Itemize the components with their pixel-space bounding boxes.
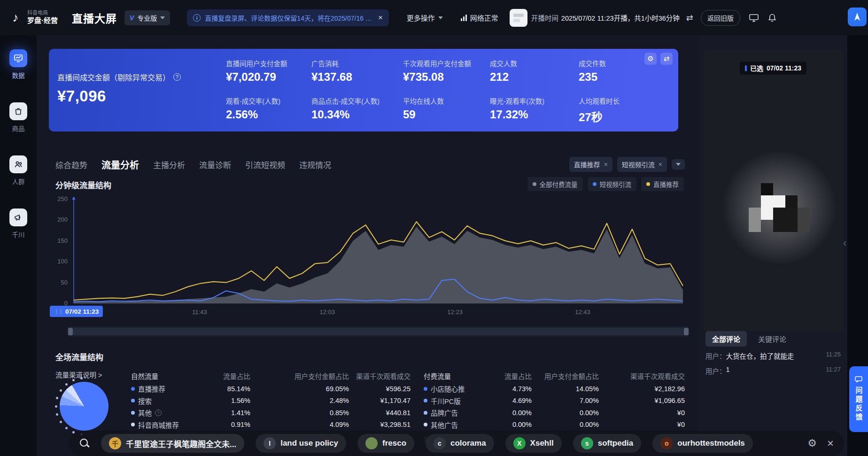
metric-pay-per-kview: 千次观看用户支付金额¥735.08 — [403, 58, 471, 84]
more-actions-button[interactable]: 更多操作 — [407, 13, 443, 23]
close-icon[interactable]: × — [827, 437, 834, 450]
selected-time-badge: 已选 07/02 11:23 — [740, 62, 806, 75]
live-dashboard-screen: ♪ 抖音电商 罗盘·经营 直播大屏 V 专业版 i 直播复盘录屏、评论数据仅保留… — [0, 0, 868, 456]
pixelated-image — [749, 183, 810, 232]
search-suggestion-pill[interactable]: 千 千里宦途王子枫笔趣阁全文未... — [101, 434, 244, 453]
sidebar-item-label: 人群 — [12, 177, 25, 186]
page-title: 直播大屏 — [72, 10, 117, 26]
people-icon — [9, 155, 27, 173]
table-row-label: 小店随心推 — [424, 383, 487, 395]
column-header: 自然流量 — [131, 369, 192, 383]
legend-all-paid[interactable]: 全部付费流量 — [527, 177, 583, 191]
tab-key-comments[interactable]: 关键评论 — [752, 331, 793, 347]
suggestion-land-use-policy[interactable]: I land use policy — [256, 434, 346, 453]
tab-violations[interactable]: 违规情况 — [299, 159, 331, 170]
remove-filter-icon[interactable]: × — [604, 161, 608, 168]
replay-panel: 已选 07/02 11:23 ‹ 全部评论 关键评论 用户： 大货在仓，拍了就能… — [699, 35, 847, 456]
settings-gear-icon[interactable]: ⚙ — [807, 437, 817, 449]
tab-traffic-analysis[interactable]: 流量分析 — [101, 158, 139, 171]
replay-video-player[interactable]: 已选 07/02 11:23 — [704, 49, 843, 331]
pro-v-icon: V — [130, 14, 134, 22]
chart-start-time-badge[interactable]: ⋮⋮ 07/02 11:23 — [50, 306, 103, 317]
scrollbar-right-handle[interactable] — [684, 328, 689, 335]
sidebar-item-products[interactable]: 商品 — [9, 102, 27, 133]
legend-video-referral[interactable]: 短视频引流 — [588, 177, 637, 191]
sidebar-item-label: 千川 — [12, 230, 25, 239]
suggestion-icon: c — [434, 437, 446, 449]
analysis-tabs: 综合趋势 流量分析 主播分析 流量诊断 引流短视频 违规情况 直播推荐× 短视频… — [55, 155, 685, 174]
metric-click-conversion: 商品点击-成交率(人数)10.34% — [311, 96, 380, 121]
gmv-stats-card: 直播间成交金额（剔除异常交易） ? ¥7,096 直播间用户支付金额¥7,020… — [49, 49, 678, 131]
filter-dropdown-button[interactable] — [672, 159, 685, 170]
remove-filter-icon[interactable]: × — [659, 161, 662, 168]
monitor-screen-icon[interactable] — [749, 13, 759, 23]
info-icon[interactable]: ? — [155, 410, 162, 416]
suggestion-icon: o — [660, 437, 673, 449]
column-header: 渠道千次观看成交 — [349, 369, 411, 383]
metric-items-sold: 成交件数235 — [579, 58, 606, 84]
brand: 抖音电商 罗盘·经营 — [27, 10, 58, 25]
pie-chart — [60, 382, 108, 431]
product-bag-icon — [9, 102, 27, 120]
data-chart-icon — [9, 49, 27, 67]
legend-live-recommend[interactable]: 直播推荐 — [641, 177, 684, 191]
sidebar-item-label: 数据 — [12, 70, 25, 80]
card-settings-gear-icon[interactable]: ⚙ — [644, 53, 657, 65]
traffic-pie-chart — [60, 382, 108, 431]
switch-session-icon[interactable]: ⇄ — [686, 13, 693, 23]
table-row-label: 其他广告 — [424, 419, 487, 431]
metric-view-conversion: 观看-成交率(人数)2.56% — [226, 96, 280, 121]
card-swap-icon[interactable]: ⇄ — [660, 53, 673, 65]
panel-collapse-handle[interactable]: ‹ — [843, 237, 846, 249]
filter-tag-video-referral[interactable]: 短视频引流× — [617, 157, 667, 172]
more-actions-label: 更多操作 — [407, 13, 435, 23]
notice-banner: i 直播复盘录屏、评论数据仅保留14天，将在2025/07/16 … × — [187, 9, 388, 26]
brand-line1: 抖音电商 — [27, 10, 58, 16]
tab-traffic-diagnosis[interactable]: 流量诊断 — [199, 159, 231, 170]
y-axis-tick: 50 — [44, 279, 68, 286]
table-row-label: 搜索 — [131, 395, 192, 407]
sidebar-item-data[interactable]: 数据 — [9, 49, 27, 80]
tab-overall-trend[interactable]: 综合趋势 — [55, 159, 87, 170]
filter-tag-live-recommend[interactable]: 直播推荐× — [569, 157, 612, 172]
channel-explain-link[interactable]: 流量渠道说明 > — [55, 370, 102, 379]
suggestion-ourhottestmodels[interactable]: o ourhottestmodels — [652, 434, 753, 453]
chart-range-scrollbar[interactable] — [67, 326, 690, 337]
network-status: 网络正常 — [461, 13, 498, 23]
notice-close-icon[interactable]: × — [378, 13, 383, 23]
notice-text: 直播复盘录屏、评论数据仅保留14天，将在2025/07/16 … — [205, 13, 372, 23]
tab-all-comments[interactable]: 全部评论 — [705, 331, 747, 347]
back-to-old-version-button[interactable]: 返回旧版 — [701, 10, 740, 26]
suggestion-colorama[interactable]: c colorama — [426, 434, 494, 453]
bottom-search-bar: 千 千里宦途王子枫笔趣阁全文未... I land use policy fre… — [69, 431, 844, 456]
suggestion-fresco[interactable]: fresco — [357, 434, 414, 453]
gmv-value: ¥7,096 — [57, 87, 181, 105]
feedback-button[interactable]: 问题反馈 — [849, 366, 868, 432]
topbar: ♪ 抖音电商 罗盘·经营 直播大屏 V 专业版 i 直播复盘录屏、评论数据仅保留… — [0, 0, 868, 35]
tab-host-analysis[interactable]: 主播分析 — [153, 159, 185, 170]
sidebar-item-qianchuan[interactable]: 千川 — [9, 209, 27, 239]
chevron-down-icon — [676, 163, 681, 166]
version-label: 专业版 — [137, 13, 157, 23]
chart-section-title: 分钟级流量结构 — [55, 179, 111, 191]
suggestion-xsehll[interactable]: X Xsehll — [505, 434, 562, 453]
notification-bell-icon[interactable] — [767, 13, 777, 23]
search-icon[interactable] — [79, 438, 90, 448]
tab-video-referral[interactable]: 引流短视频 — [245, 159, 285, 170]
app-corner-logo[interactable] — [848, 8, 867, 26]
comment-tabs: 全部评论 关键评论 — [705, 331, 793, 347]
suggestion-softpedia[interactable]: s softpedia — [573, 434, 642, 453]
sidebar-item-audience[interactable]: 人群 — [9, 155, 27, 186]
brand-line2: 罗盘·经营 — [27, 16, 58, 25]
table-row-label: 其他? — [131, 407, 192, 419]
douyin-logo-icon: ♪ — [8, 10, 23, 26]
scrollbar-track[interactable] — [73, 328, 684, 335]
y-axis-tick: 100 — [44, 258, 68, 265]
scrollbar-left-handle[interactable] — [68, 328, 73, 335]
y-axis-tick: 250 — [44, 195, 68, 203]
help-icon[interactable]: ? — [173, 73, 181, 81]
traffic-line-chart — [72, 196, 685, 307]
version-badge-dropdown[interactable]: V 专业版 — [124, 10, 170, 25]
sidebar: 数据 商品 人群 千川 — [0, 35, 37, 456]
selected-label: 已选 — [750, 63, 763, 73]
